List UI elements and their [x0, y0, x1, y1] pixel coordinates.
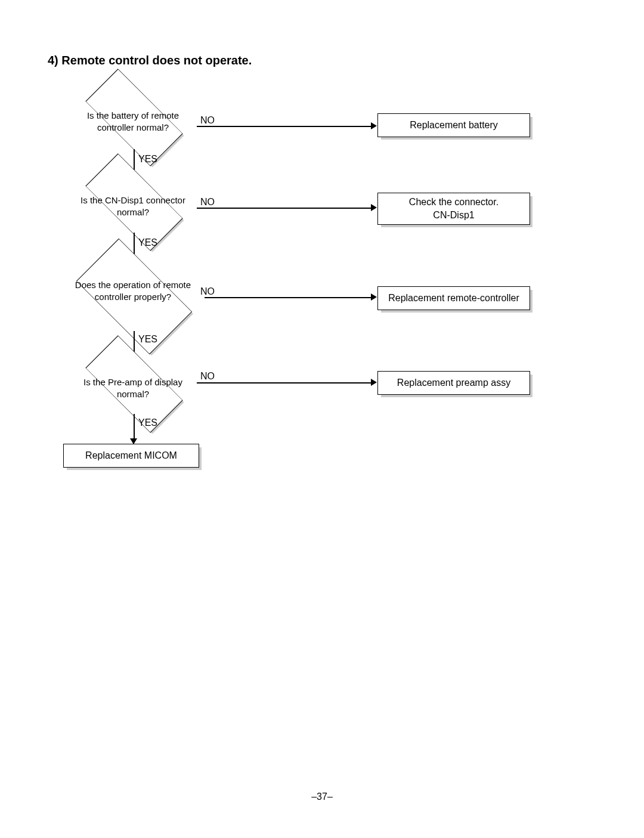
arrow-right-1 — [371, 122, 377, 129]
no-label-3: NO — [200, 286, 215, 297]
page-title: 4) Remote control does not operate. — [48, 54, 252, 67]
no-label-1: NO — [200, 115, 215, 126]
yes-label-3: YES — [138, 334, 157, 345]
arrow-right-2 — [371, 204, 377, 211]
yes-label-1: YES — [138, 154, 157, 165]
yes-label-4: YES — [138, 418, 157, 428]
connector-line-2 — [197, 208, 373, 209]
connector-line-1 — [197, 126, 373, 127]
connector-line-4 — [197, 382, 373, 384]
arrow-right-4 — [371, 379, 377, 386]
page-number: –37– — [0, 791, 644, 802]
no-label-4: NO — [200, 371, 215, 382]
no-label-2: NO — [200, 197, 215, 208]
connector-line-3 — [205, 297, 373, 298]
arrow-right-3 — [371, 293, 377, 301]
yes-label-2: YES — [138, 237, 157, 248]
connector-line-v4 — [134, 414, 135, 441]
